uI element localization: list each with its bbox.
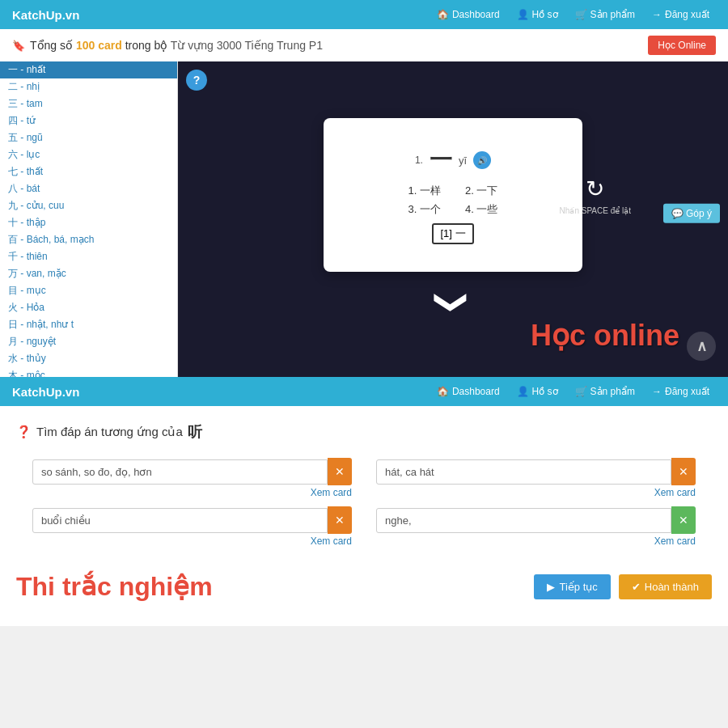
bottom-section: KatchUp.vn 🏠 Dashboard 👤 Hồ sơ 🛒 Sản phẩ… <box>0 377 728 626</box>
chevron-up-button[interactable]: ∧ <box>687 332 716 361</box>
sidebar-item-5[interactable]: 五 - ngũ <box>0 129 177 146</box>
quiz-item-1: ✕ Xem card <box>32 458 352 498</box>
sidebar-item-8[interactable]: 八 - bát <box>0 180 177 197</box>
hoc-online-button[interactable]: Học Online <box>648 36 716 55</box>
sidebar-item-9[interactable]: 九 - cửu, cuu <box>0 197 177 214</box>
bookmark-icon: 🔖 <box>12 40 25 52</box>
quiz-item-4: ✕ Xem card <box>376 506 696 547</box>
quiz-input-4[interactable] <box>376 508 671 533</box>
sidebar-item-7[interactable]: 七 - thất <box>0 163 177 180</box>
sidebar-item-15[interactable]: 火 - Hỏa <box>0 299 177 316</box>
sidebar-item-3[interactable]: 三 - tam <box>0 95 177 112</box>
nav-products[interactable]: 🛒 Sản phẩm <box>569 6 641 23</box>
nav-bottom-logout[interactable]: → Đăng xuất <box>645 383 716 400</box>
nav-bottom: 🏠 Dashboard 👤 Hồ sơ 🛒 Sản phẩm → Đăng xu… <box>430 383 716 400</box>
quiz-item-2: ✕ Xem card <box>376 458 696 498</box>
hoan-thanh-button[interactable]: ✔ Hoàn thành <box>619 574 712 599</box>
quiz-clear-btn-4[interactable]: ✕ <box>671 506 696 534</box>
sidebar-item-12[interactable]: 千 - thiên <box>0 248 177 265</box>
play-icon: ▶ <box>547 581 555 593</box>
hoc-online-overlay: Học online <box>531 319 679 353</box>
quiz-title: ❓ Tìm đáp án tương ứng của 听 <box>0 406 728 450</box>
quiz-clear-btn-3[interactable]: ✕ <box>328 506 352 534</box>
card-options: 1. 一样 2. 一下 3. 一个 4. 一些 <box>408 184 498 217</box>
xem-card-1[interactable]: Xem card <box>32 487 352 498</box>
sidebar-item-4[interactable]: 四 - tứ <box>0 112 177 129</box>
nav-profile[interactable]: 👤 Hồ sơ <box>510 6 565 23</box>
sound-button[interactable]: 🔊 <box>473 151 491 169</box>
sidebar-item-11[interactable]: 百 - Bách, bá, mạch <box>0 231 177 248</box>
quiz-input-row-2: ✕ <box>376 458 696 485</box>
sidebar-item-17[interactable]: 月 - nguyệt <box>0 333 177 350</box>
nav-bottom-products[interactable]: 🛒 Sản phẩm <box>569 383 641 400</box>
top-section: KatchUp.vn 🏠 Dashboard 👤 Hồ sơ 🛒 Sản phẩ… <box>0 0 728 377</box>
sidebar-item-18[interactable]: 水 - thủy <box>0 350 177 367</box>
refresh-label: Nhấn SPACE để lật <box>560 205 631 214</box>
refresh-icon: ↻ <box>586 175 604 201</box>
tiep-tuc-button[interactable]: ▶ Tiếp tục <box>534 574 610 599</box>
card-pinyin: yī <box>459 154 467 167</box>
sidebar-item-13[interactable]: 万 - van, mặc <box>0 265 177 282</box>
help-button[interactable]: ? <box>186 70 207 91</box>
check-icon: ✔ <box>632 581 641 593</box>
quiz-input-row-3: ✕ <box>32 506 352 534</box>
quiz-input-row-1: ✕ <box>32 458 352 485</box>
sidebar-item-2[interactable]: 二 - nhị <box>0 78 177 95</box>
sidebar-item-6[interactable]: 六 - lục <box>0 146 177 163</box>
nav-dashboard[interactable]: 🏠 Dashboard <box>430 6 506 23</box>
cart-icon: 🛒 <box>575 9 587 20</box>
study-area: ? 1. 一 yī 🔊 1. 一样 2. 一下 3. 一个 4. 一些 <box>178 61 728 377</box>
cart-icon-2: 🛒 <box>575 386 587 397</box>
card-option-4: 4. 一些 <box>465 202 497 217</box>
quiz-clear-btn-2[interactable]: ✕ <box>671 458 696 485</box>
nav-logout[interactable]: → Đăng xuất <box>645 6 716 23</box>
footer-buttons: ▶ Tiếp tục ✔ Hoàn thành <box>534 574 712 599</box>
sidebar-item-10[interactable]: 十 - thập <box>0 214 177 231</box>
title-text: Tổng số 100 card trong bộ Từ vựng 3000 T… <box>30 39 323 52</box>
quiz-clear-btn-1[interactable]: ✕ <box>328 458 352 485</box>
card-answer-box: [1] 一 <box>432 223 473 244</box>
profile-icon: 👤 <box>517 9 529 20</box>
nav-bottom-dashboard[interactable]: 🏠 Dashboard <box>430 383 506 400</box>
dashboard-icon: 🏠 <box>437 9 449 20</box>
quiz-input-1[interactable] <box>32 459 328 485</box>
title-bar: 🔖 Tổng số 100 card trong bộ Từ vựng 3000… <box>0 29 728 61</box>
sidebar-item-14[interactable]: 目 - mục <box>0 282 177 299</box>
quiz-item-3: ✕ Xem card <box>32 506 352 547</box>
sidebar-item-19[interactable]: 木 - mộc <box>0 367 177 377</box>
card-option-2: 2. 一下 <box>465 184 497 198</box>
nav-top: 🏠 Dashboard 👤 Hồ sơ 🛒 Sản phẩm → Đăng xu… <box>430 6 716 23</box>
quiz-input-3[interactable] <box>32 508 328 533</box>
card-top: 1. 一 yī 🔊 <box>415 145 491 176</box>
quiz-character: 听 <box>188 422 202 442</box>
refresh-button[interactable]: ↻ Nhấn SPACE để lật <box>560 175 631 214</box>
xem-card-2[interactable]: Xem card <box>376 487 696 498</box>
sidebar-item-16[interactable]: 日 - nhật, như t <box>0 316 177 333</box>
xem-card-4[interactable]: Xem card <box>376 535 696 547</box>
header-bottom: KatchUp.vn 🏠 Dashboard 👤 Hồ sơ 🛒 Sản phẩ… <box>0 377 728 406</box>
sidebar-item-1[interactable]: 一 - nhất <box>0 61 177 78</box>
main-content: 一 - nhất 二 - nhị 三 - tam 四 - tứ 五 - ngũ … <box>0 61 728 377</box>
card-answer: [1] 一 <box>432 223 473 244</box>
quiz-footer: Thi trắc nghiệm ▶ Tiếp tục ✔ Hoàn thành <box>0 555 728 610</box>
chevron-down-button[interactable]: ❯ <box>434 289 472 316</box>
header-top: KatchUp.vn 🏠 Dashboard 👤 Hồ sơ 🛒 Sản phẩ… <box>0 0 728 29</box>
logo-top: KatchUp.vn <box>12 8 79 22</box>
nav-bottom-profile[interactable]: 👤 Hồ sơ <box>510 383 565 400</box>
question-icon: ❓ <box>16 425 32 439</box>
card-character: 一 <box>430 145 452 176</box>
logo-bottom: KatchUp.vn <box>12 385 79 399</box>
profile-icon-2: 👤 <box>517 386 529 397</box>
xem-card-3[interactable]: Xem card <box>32 535 352 547</box>
quiz-input-row-4: ✕ <box>376 506 696 534</box>
feedback-button[interactable]: 💬 Góp ý <box>663 204 720 223</box>
quiz-input-2[interactable] <box>376 459 671 485</box>
dashboard-icon-2: 🏠 <box>437 386 449 397</box>
thi-trac-nghiem-title: Thi trắc nghiệm <box>16 571 534 602</box>
card-number: 1. <box>415 154 423 166</box>
card-option-3: 3. 一个 <box>408 202 441 217</box>
flashcard: 1. 一 yī 🔊 1. 一样 2. 一下 3. 一个 4. 一些 [1] <box>324 118 582 272</box>
card-option-1: 1. 一样 <box>408 184 441 198</box>
logout-icon: → <box>652 9 662 20</box>
quiz-grid: ✕ Xem card ✕ Xem card ✕ Xem card ✕ <box>0 450 728 555</box>
